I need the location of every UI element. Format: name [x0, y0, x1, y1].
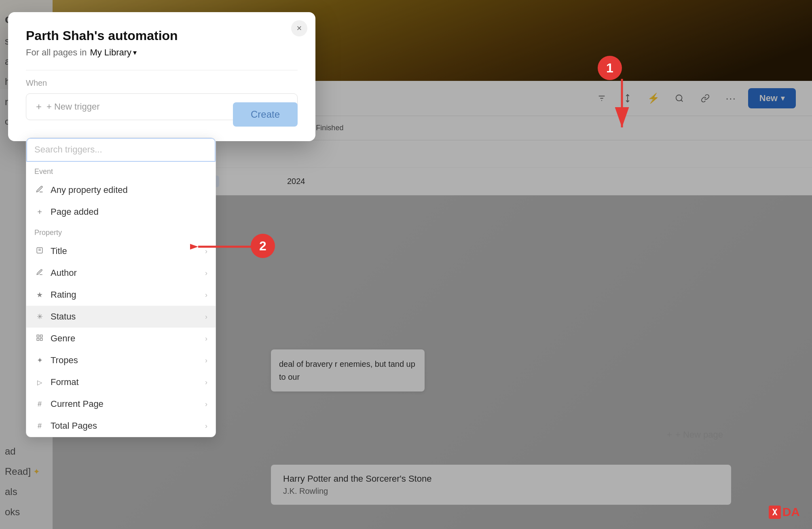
current-page-chevron-icon: › [205, 400, 207, 408]
event-section-label: Event [26, 162, 216, 179]
tropes-property-item[interactable]: ✦ Tropes › [26, 349, 216, 371]
search-triggers-input[interactable] [26, 138, 216, 162]
create-button[interactable]: Create [233, 102, 298, 127]
modal-overlay: Parth Shah's automation For all pages in… [0, 0, 812, 529]
genre-chevron-icon: › [205, 334, 207, 343]
plus-icon-trigger: + [36, 101, 42, 112]
chevron-down-icon: ▾ [133, 48, 137, 57]
automation-modal: Parth Shah's automation For all pages in… [8, 12, 315, 141]
current-page-property-item[interactable]: # Current Page › [26, 393, 216, 415]
current-page-icon: # [34, 400, 45, 408]
arrow-down-1 [610, 79, 634, 135]
rating-property-item[interactable]: ★ Rating › [26, 284, 216, 306]
title-icon [34, 247, 45, 256]
edit-icon [34, 185, 45, 195]
genre-property-item[interactable]: Genre › [26, 328, 216, 349]
total-pages-chevron-icon: › [205, 422, 207, 430]
any-property-edited-item[interactable]: Any property edited [26, 179, 216, 201]
svg-rect-10 [37, 338, 39, 340]
author-chevron-icon: › [205, 269, 207, 277]
format-chevron-icon: › [205, 378, 207, 387]
trigger-dropdown: Event Any property edited + Page added [26, 138, 216, 437]
svg-rect-8 [37, 335, 39, 337]
title-property-item[interactable]: Title › [26, 240, 216, 262]
tropes-chevron-icon: › [205, 356, 207, 365]
author-icon [34, 269, 45, 278]
format-property-item[interactable]: ▷ Format › [26, 371, 216, 393]
status-chevron-icon: › [205, 313, 207, 321]
xda-box: X [769, 506, 780, 519]
svg-rect-9 [40, 335, 42, 337]
total-pages-property-item[interactable]: # Total Pages › [26, 415, 216, 437]
tropes-icon: ✦ [34, 356, 45, 365]
page-added-item[interactable]: + Page added [26, 201, 216, 223]
xda-logo: X DA [769, 505, 800, 519]
status-property-item[interactable]: ✳ Status › [26, 306, 216, 328]
star-rating-icon: ★ [34, 290, 45, 299]
modal-title: Parth Shah's automation [26, 28, 298, 43]
new-trigger-label: + New trigger [47, 102, 99, 112]
modal-close-button[interactable]: × [291, 20, 307, 36]
create-label: Create [251, 109, 280, 120]
plus-circle-icon: + [34, 207, 45, 217]
annotation-1: 1 [598, 56, 622, 80]
arrow-left-2 [190, 235, 263, 259]
xda-text: DA [782, 505, 800, 519]
modal-divider [26, 70, 298, 70]
library-link[interactable]: My Library ▾ [90, 47, 137, 58]
status-icon: ✳ [34, 312, 45, 321]
when-label: When [26, 78, 298, 88]
rating-chevron-icon: › [205, 291, 207, 299]
author-property-item[interactable]: Author › [26, 262, 216, 284]
modal-subtitle: For all pages in My Library ▾ [26, 47, 298, 58]
property-section-label: Property [26, 223, 216, 240]
svg-rect-11 [40, 338, 42, 340]
format-icon: ▷ [34, 379, 45, 386]
total-pages-icon: # [34, 422, 45, 430]
genre-icon [34, 334, 45, 343]
close-icon: × [297, 23, 302, 34]
